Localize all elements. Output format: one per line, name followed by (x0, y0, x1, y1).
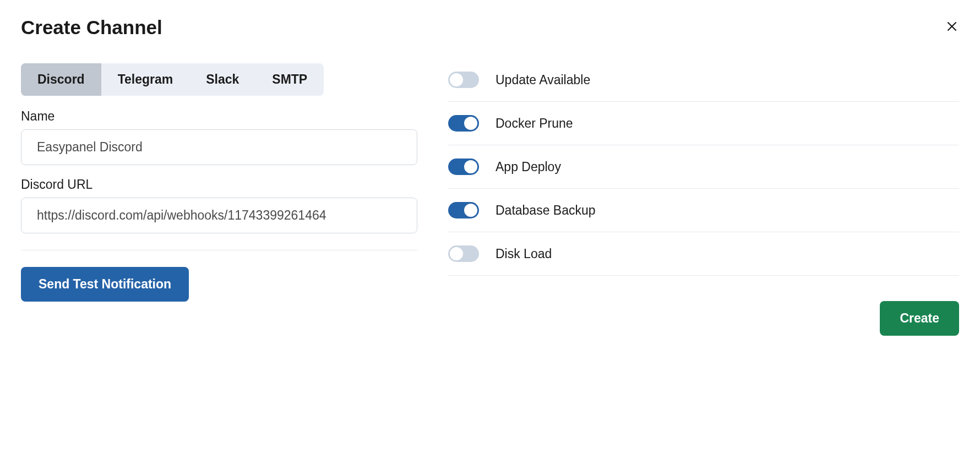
tab-telegram[interactable]: Telegram (101, 63, 190, 96)
toggle-update-available[interactable] (448, 72, 479, 88)
toggle-label-update-available: Update Available (496, 73, 590, 88)
toggle-row-docker-prune: Docker Prune (448, 102, 959, 145)
toggle-row-app-deploy: App Deploy (448, 145, 959, 189)
toggle-disk-load[interactable] (448, 245, 479, 262)
create-button[interactable]: Create (880, 301, 959, 336)
page-title: Create Channel (21, 17, 162, 39)
discord-url-input[interactable] (21, 198, 417, 233)
toggle-thumb (464, 204, 477, 217)
name-label: Name (21, 109, 417, 124)
close-icon (945, 19, 959, 34)
tab-discord[interactable]: Discord (21, 63, 101, 96)
toggle-thumb (450, 73, 463, 86)
toggle-thumb (464, 160, 477, 173)
tab-smtp[interactable]: SMTP (255, 63, 324, 96)
toggle-thumb (450, 247, 463, 260)
toggle-row-database-backup: Database Backup (448, 189, 959, 232)
send-test-button[interactable]: Send Test Notification (21, 267, 189, 302)
toggle-app-deploy[interactable] (448, 159, 479, 175)
discord-url-label: Discord URL (21, 177, 417, 192)
toggle-label-disk-load: Disk Load (496, 247, 552, 261)
tabs: Discord Telegram Slack SMTP (21, 63, 324, 96)
close-button[interactable] (945, 19, 959, 36)
toggle-docker-prune[interactable] (448, 115, 479, 132)
name-input[interactable] (21, 129, 417, 165)
toggle-database-backup[interactable] (448, 202, 479, 218)
divider (21, 250, 417, 250)
toggle-row-disk-load: Disk Load (448, 232, 959, 276)
toggle-label-app-deploy: App Deploy (496, 160, 561, 174)
toggle-row-update-available: Update Available (448, 66, 959, 102)
toggle-thumb (464, 117, 477, 130)
toggle-label-database-backup: Database Backup (496, 203, 596, 218)
toggle-label-docker-prune: Docker Prune (496, 116, 573, 131)
tab-slack[interactable]: Slack (189, 63, 255, 96)
